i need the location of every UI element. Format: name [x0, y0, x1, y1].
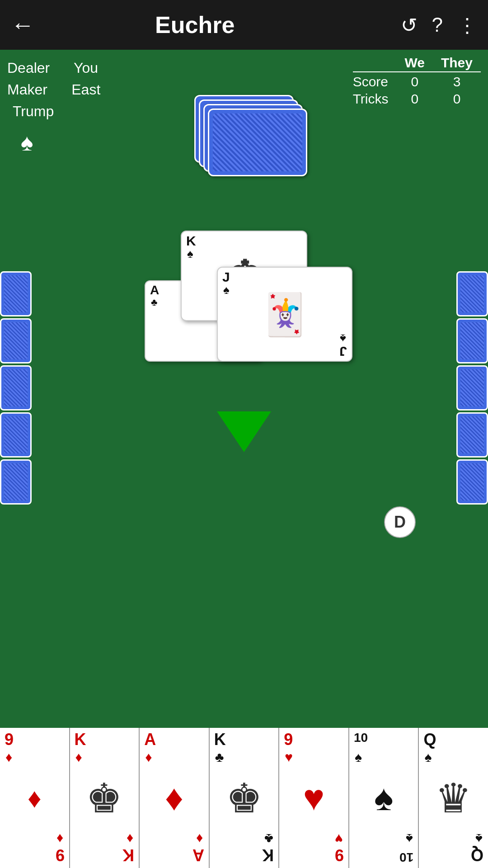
- app-title: Euchre: [43, 11, 347, 38]
- rank-br-kc: K: [262, 845, 274, 864]
- maker-label: Maker: [7, 81, 47, 98]
- turn-indicator-arrow: [217, 411, 271, 452]
- jack-figure: 🃏: [259, 291, 310, 338]
- suit-9d: ♦: [5, 750, 12, 765]
- left-card-2: [0, 318, 32, 363]
- rank-br-kd: K: [122, 845, 134, 864]
- rank-ad: A: [144, 731, 156, 748]
- rank-br-ad: A: [192, 845, 204, 864]
- center-kc: ♚: [226, 774, 263, 822]
- center-kd: ♚: [86, 774, 122, 822]
- suit-br-kc: ♣: [264, 831, 273, 846]
- undo-button[interactable]: ↺: [401, 14, 418, 37]
- rank-9h: 9: [284, 731, 293, 748]
- suit-br-9d: ♦: [56, 831, 63, 846]
- rank-br-10s: 10: [399, 850, 413, 864]
- suit-9h: ♥: [285, 750, 293, 765]
- right-opponent-cards: [456, 271, 488, 505]
- trump-label: Trump: [13, 103, 54, 119]
- center-9d: ♦: [28, 783, 42, 814]
- score-row-label: Score: [353, 72, 397, 90]
- ace-rank-tl: A: [150, 284, 159, 297]
- they-score: 3: [433, 72, 481, 90]
- we-label: [353, 54, 397, 72]
- left-card-4: [0, 412, 32, 458]
- ace-suit-tl: ♣: [151, 297, 157, 308]
- tricks-row-label: Tricks: [353, 90, 397, 108]
- left-opponent-cards: [0, 271, 32, 505]
- we-score: 0: [397, 72, 433, 90]
- rank-kd: K: [75, 731, 86, 748]
- you-label: You: [74, 60, 98, 76]
- rank-10s: 10: [354, 731, 368, 744]
- right-card-2: [456, 318, 488, 363]
- hand-card-ad[interactable]: A ♦ ♦ A ♦: [140, 728, 210, 868]
- right-card-3: [456, 365, 488, 410]
- center-9h: ♥: [303, 777, 325, 819]
- rank-br-9d: 9: [56, 845, 65, 864]
- suit-10s: ♠: [355, 750, 362, 765]
- jack-suit-tl: ♠: [223, 283, 230, 297]
- rank-kc: K: [214, 731, 226, 748]
- they-label-header: They: [433, 54, 481, 72]
- player-hand: 9 ♦ ♦ 9 ♦ K ♦ ♚ K ♦ A ♦ ♦ A ♦ K ♣ ♚ K ♣: [0, 728, 488, 868]
- right-card-5: [456, 459, 488, 505]
- jack-rank-br: J: [339, 344, 347, 358]
- suit-ad: ♦: [145, 750, 152, 765]
- rank-qs: Q: [423, 731, 436, 748]
- right-card-1: [456, 271, 488, 316]
- rank-9d: 9: [5, 731, 14, 748]
- we-tricks: 0: [397, 90, 433, 108]
- hand-card-9d[interactable]: 9 ♦ ♦ 9 ♦: [0, 728, 70, 868]
- suit-br-qs: ♠: [475, 831, 483, 846]
- left-card-1: [0, 271, 32, 316]
- back-button[interactable]: ←: [11, 13, 34, 37]
- suit-br-9h: ♥: [335, 831, 343, 846]
- info-panel: Dealer You Maker East Trump ♠: [7, 57, 100, 160]
- deck-card-4: [208, 108, 307, 176]
- hand-card-kc[interactable]: K ♣ ♚ K ♣: [210, 728, 280, 868]
- hand-card-kd[interactable]: K ♦ ♚ K ♦: [70, 728, 140, 868]
- topbar: ← Euchre ↺ ? ⋮: [0, 0, 488, 50]
- dealer-badge: D: [384, 506, 416, 538]
- trump-suit: ♠: [21, 129, 33, 156]
- suit-br-ad: ♦: [196, 831, 203, 846]
- jack-suit-br: ♠: [340, 331, 346, 345]
- toolbar-icons: ↺ ? ⋮: [401, 14, 477, 37]
- suit-br-10s: ♠: [406, 831, 413, 846]
- game-area: Dealer You Maker East Trump ♠ We They Sc…: [0, 50, 488, 868]
- center-ad: ♦: [165, 777, 183, 819]
- center-play-area: K ♠ ♚ K ♠ J ♠ 🃏 J ♠ A ♣: [131, 231, 357, 393]
- suit-kc: ♣: [215, 750, 224, 765]
- hand-card-10s[interactable]: 10 ♠ ♠ 10 ♠: [349, 728, 419, 868]
- king-rank-tl: K: [186, 234, 196, 248]
- suit-br-kd: ♦: [127, 831, 133, 846]
- left-card-3: [0, 365, 32, 410]
- right-card-4: [456, 412, 488, 458]
- center-qs: ♛: [435, 774, 472, 822]
- score-we-header: We: [397, 54, 433, 72]
- help-button[interactable]: ?: [432, 14, 443, 36]
- suit-qs: ♠: [424, 750, 432, 765]
- jack-of-spades-card: J ♠ 🃏 J ♠: [217, 267, 352, 362]
- hand-card-9h[interactable]: 9 ♥ ♥ 9 ♥: [279, 728, 349, 868]
- score-panel: We They Score 0 3 Tricks 0 0: [353, 54, 481, 108]
- suit-kd: ♦: [75, 750, 82, 765]
- king-suit-tl: ♠: [187, 247, 193, 261]
- rank-br-9h: 9: [335, 845, 344, 864]
- deck-stack: [194, 95, 294, 167]
- east-label: East: [71, 81, 100, 98]
- jack-spades-face: J ♠ 🃏 J ♠: [218, 268, 352, 361]
- hand-card-qs[interactable]: Q ♠ ♛ Q ♠: [419, 728, 488, 868]
- jack-rank-tl: J: [222, 270, 230, 284]
- top-deck: [194, 95, 294, 167]
- center-10s: ♠: [374, 777, 394, 819]
- rank-br-qs: Q: [471, 845, 483, 864]
- they-tricks: 0: [433, 90, 481, 108]
- menu-button[interactable]: ⋮: [457, 14, 477, 37]
- dealer-label: Dealer: [7, 60, 50, 76]
- left-card-5: [0, 459, 32, 505]
